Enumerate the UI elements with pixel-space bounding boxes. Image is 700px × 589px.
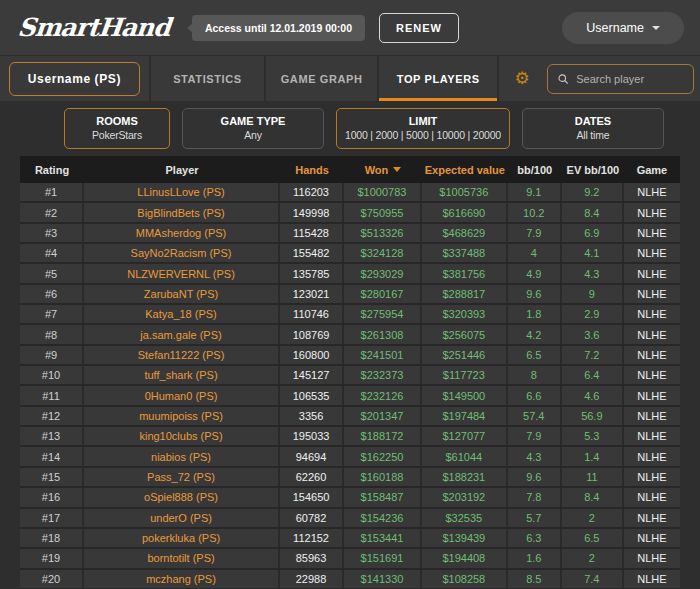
- table-row: #18 pokerkluka (PS) 112152 $153441 $1394…: [20, 529, 680, 549]
- game-cell: NLHE: [624, 346, 680, 364]
- expected-value-cell: $194408: [422, 549, 508, 567]
- player-link[interactable]: niabios (PS): [84, 447, 280, 465]
- won-cell: $275954: [344, 305, 422, 323]
- player-link[interactable]: oSpiel888 (PS): [84, 488, 280, 506]
- player-link[interactable]: underO (PS): [84, 509, 280, 527]
- column-header-won[interactable]: Won: [344, 164, 422, 176]
- player-link[interactable]: BigBlindBets (PS): [84, 203, 280, 221]
- expected-value-cell: $149500: [422, 386, 508, 404]
- bb100-cell: 1.6: [508, 549, 562, 567]
- won-cell: $158487: [344, 488, 422, 506]
- game-cell: NLHE: [624, 529, 680, 547]
- player-link[interactable]: borntotilt (PS): [84, 549, 280, 567]
- gear-icon[interactable]: ⚙: [514, 70, 529, 87]
- ev-bb100-cell: 2: [562, 509, 624, 527]
- ev-bb100-cell: 4.6: [562, 386, 624, 404]
- rating-cell: #15: [20, 468, 84, 486]
- rating-cell: #3: [20, 224, 84, 242]
- ev-bb100-cell: 3.6: [562, 325, 624, 343]
- filter-game-type-value: Any: [191, 129, 315, 141]
- table-row: #14 niabios (PS) 94694 $162250 $61044 4.…: [20, 447, 680, 467]
- ev-bb100-cell: 8.4: [562, 488, 624, 506]
- won-cell: $151691: [344, 549, 422, 567]
- column-header-expected-value[interactable]: Expected value: [422, 164, 508, 176]
- username-tab-button[interactable]: Username (PS): [9, 62, 140, 96]
- bb100-cell: 5.7: [508, 509, 562, 527]
- player-link[interactable]: NLZWERVERNL (PS): [84, 264, 280, 282]
- player-link[interactable]: MMAsherdog (PS): [84, 224, 280, 242]
- bb100-cell: 9.1: [508, 183, 562, 201]
- player-link[interactable]: Stefan11222 (PS): [84, 346, 280, 364]
- table-row: #19 borntotilt (PS) 85963 $151691 $19440…: [20, 549, 680, 569]
- expected-value-cell: $251446: [422, 346, 508, 364]
- expected-value-cell: $337488: [422, 244, 508, 262]
- player-link[interactable]: Katya_18 (PS): [84, 305, 280, 323]
- column-header-player[interactable]: Player: [84, 164, 280, 176]
- player-link[interactable]: ja.sam.gale (PS): [84, 325, 280, 343]
- bb100-cell: 6.6: [508, 386, 562, 404]
- game-cell: NLHE: [624, 509, 680, 527]
- tab-username[interactable]: Username (PS): [0, 56, 151, 101]
- column-header-hands[interactable]: Hands: [280, 164, 344, 176]
- table-row: #20 mczhang (PS) 22988 $141330 $108258 8…: [20, 570, 680, 589]
- chevron-down-icon: [652, 26, 660, 30]
- user-menu-label: Username: [586, 21, 644, 35]
- bb100-cell: 4: [508, 244, 562, 262]
- column-header-rating[interactable]: Rating: [20, 164, 84, 176]
- game-cell: NLHE: [624, 366, 680, 384]
- search-input[interactable]: [576, 73, 683, 85]
- user-menu-button[interactable]: Username: [562, 12, 684, 44]
- filter-limit[interactable]: LIMIT 1000 | 2000 | 5000 | 10000 | 20000: [336, 108, 510, 149]
- filter-game-type-title: GAME TYPE: [191, 115, 315, 127]
- bb100-cell: 9.6: [508, 285, 562, 303]
- ev-bb100-cell: 5.3: [562, 427, 624, 445]
- nav-bar: Username (PS) STATISTICS GAME GRAPH TOP …: [0, 55, 700, 101]
- player-link[interactable]: mczhang (PS): [84, 570, 280, 588]
- tab-game-graph[interactable]: GAME GRAPH: [266, 56, 379, 101]
- column-header-bb100[interactable]: bb/100: [508, 164, 562, 176]
- bb100-cell: 9.6: [508, 468, 562, 486]
- renew-button[interactable]: RENEW: [379, 13, 459, 43]
- tab-statistics[interactable]: STATISTICS: [151, 56, 266, 101]
- won-cell: $293029: [344, 264, 422, 282]
- column-header-game[interactable]: Game: [624, 164, 680, 176]
- tab-top-players[interactable]: TOP PLAYERS: [379, 56, 499, 101]
- player-link[interactable]: pokerkluka (PS): [84, 529, 280, 547]
- hands-cell: 60782: [280, 509, 344, 527]
- column-header-ev-bb100[interactable]: EV bb/100: [562, 164, 624, 176]
- won-cell: $154236: [344, 509, 422, 527]
- filter-limit-value: 1000 | 2000 | 5000 | 10000 | 20000: [345, 129, 501, 141]
- filter-game-type[interactable]: GAME TYPE Any: [182, 108, 324, 149]
- hands-cell: 115428: [280, 224, 344, 242]
- bb100-cell: 4.9: [508, 264, 562, 282]
- game-cell: NLHE: [624, 407, 680, 425]
- filter-dates[interactable]: DATES All time: [522, 108, 664, 149]
- player-link[interactable]: LLinusLLove (PS): [84, 183, 280, 201]
- ev-bb100-cell: 6.9: [562, 224, 624, 242]
- won-cell: $232373: [344, 366, 422, 384]
- player-link[interactable]: muumipoiss (PS): [84, 407, 280, 425]
- player-link[interactable]: Pass_72 (PS): [84, 468, 280, 486]
- player-link[interactable]: tuff_shark (PS): [84, 366, 280, 384]
- won-cell: $153441: [344, 529, 422, 547]
- rating-cell: #5: [20, 264, 84, 282]
- expected-value-cell: $197484: [422, 407, 508, 425]
- filter-dates-title: DATES: [531, 115, 655, 127]
- table-row: #4 SayNo2Racism (PS) 155482 $324128 $337…: [20, 244, 680, 264]
- won-cell: $280167: [344, 285, 422, 303]
- app-logo: SmartHand: [16, 13, 171, 42]
- column-header-won-label: Won: [365, 164, 389, 176]
- player-link[interactable]: ZarubaNT (PS): [84, 285, 280, 303]
- game-cell: NLHE: [624, 244, 680, 262]
- expected-value-cell: $139439: [422, 529, 508, 547]
- player-link[interactable]: SayNo2Racism (PS): [84, 244, 280, 262]
- search-icon: [558, 73, 568, 85]
- filter-bar: ROOMS PokerStars GAME TYPE Any LIMIT 100…: [0, 101, 700, 155]
- filter-rooms[interactable]: ROOMS PokerStars: [64, 108, 170, 149]
- player-link[interactable]: king10clubs (PS): [84, 427, 280, 445]
- search-box[interactable]: [547, 64, 694, 94]
- expected-value-cell: $288817: [422, 285, 508, 303]
- player-link[interactable]: 0Human0 (PS): [84, 386, 280, 404]
- filter-rooms-value: PokerStars: [73, 129, 161, 141]
- bb100-cell: 8: [508, 366, 562, 384]
